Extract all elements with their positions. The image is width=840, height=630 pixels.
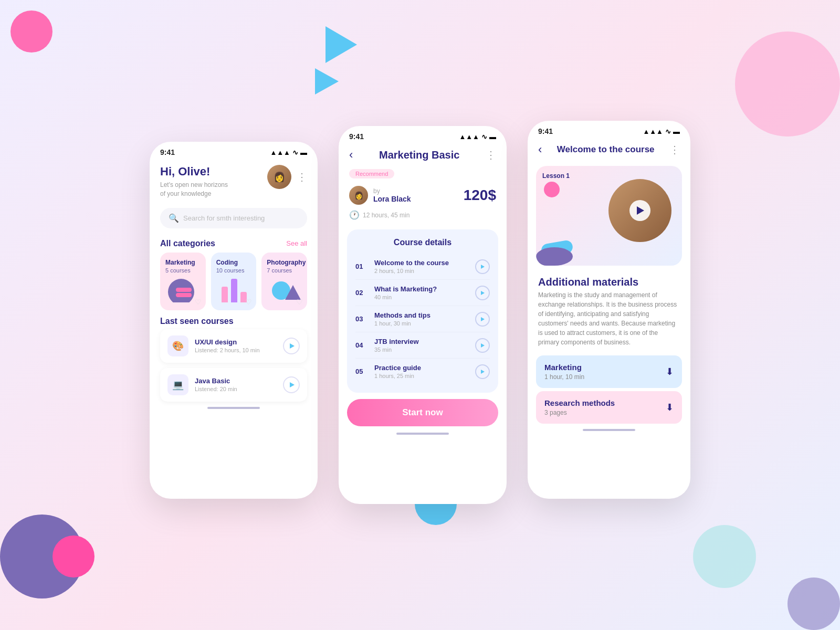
lesson-dur-2: 40 min [374,294,469,300]
home-indicator-2 [396,433,449,435]
signal-icon: ▲▲▲ [270,149,290,156]
greeting-text: Hi, Olive! [160,165,228,178]
instructor-left: 👩 by Lora Black [349,186,411,205]
lesson-item-2[interactable]: 02 What is Marketing? 40 min [355,280,490,306]
heart-icon-coding[interactable]: ♡ [245,298,252,306]
additional-materials-title: Additional materials [528,270,690,290]
lesson-label: Lesson 1 [542,172,676,180]
lesson-info-2: What is Marketing? 40 min [374,285,469,300]
course-item-java[interactable]: 💻 Java Basic Listened: 20 min [160,368,307,402]
heart-icon-photography[interactable]: ♡ [296,298,303,306]
course-info-uxui: UX/UI design Listened: 2 hours, 10 min [195,338,277,353]
lesson-item-5[interactable]: 05 Practice guide 1 hours, 25 min [355,359,490,384]
home-indicator-1 [207,407,260,409]
battery-icon: ▬ [300,149,307,156]
instructor-row: 👩 by Lora Black 120$ [339,181,507,210]
category-count-photography: 7 courses [267,267,302,274]
lesson-info-1: Welcome to the course 2 hours, 10 min [374,259,469,274]
lesson-item-1[interactable]: 01 Welcome to the course 2 hours, 10 min [355,254,490,280]
lesson-play-icon-2 [481,291,485,295]
battery-icon-2: ▬ [489,133,496,141]
see-all-button[interactable]: See all [286,239,307,247]
lesson-play-icon-1 [481,265,485,269]
lesson-name-3: Methods and tips [374,311,469,319]
instructor-info: by Lora Black [373,187,411,203]
play-arrow-medium [315,68,339,94]
download-icon-research[interactable]: ⬇ [666,402,674,413]
lesson-play-icon-3 [481,317,485,321]
status-time-3: 9:41 [538,127,553,135]
material-name-marketing: Marketing [544,363,584,372]
signal-icon-3: ▲▲▲ [643,128,663,135]
category-name-coding: Coding [216,259,251,266]
lesson-dur-5: 1 hours, 25 min [374,373,469,379]
signal-icon-2: ▲▲▲ [459,133,479,141]
video-play-overlay[interactable] [629,200,650,221]
search-bar[interactable]: 🔍 Search for smth interesting [160,208,307,228]
p3-header: ‹ Welcome to the course ⋮ [528,138,690,162]
lesson-dur-1: 2 hours, 10 min [374,268,469,274]
heart-icon-marketing[interactable]: ♡ [195,298,202,306]
material-card-marketing[interactable]: Marketing 1 hour, 10 min ⬇ [536,355,682,388]
search-placeholder: Search for smth interesting [183,214,265,222]
video-play-icon [637,206,644,215]
category-count-marketing: 5 courses [165,267,201,274]
vc-purple-blob [536,247,573,266]
play-button-uxui[interactable] [283,338,300,354]
p1-header-right: 👩 ⋮ [267,165,307,189]
more-options-icon[interactable]: ⋮ [297,171,307,183]
categories-title: All categories [160,239,215,248]
status-icons-1: ▲▲▲ ∿ ▬ [270,149,307,156]
start-now-button[interactable]: Start now [347,399,498,426]
phone-2: 9:41 ▲▲▲ ∿ ▬ ‹ Marketing Basic ⋮ Recomme… [339,126,507,504]
vc-pink-circle [544,182,560,197]
lesson-num-2: 02 [355,289,368,297]
lesson-play-2[interactable] [475,286,490,300]
lesson-play-4[interactable] [475,338,490,353]
recommend-badge: Recommend [349,169,394,178]
status-time-1: 9:41 [160,148,175,156]
more-options-icon-2[interactable]: ⋮ [486,149,496,161]
category-card-photography[interactable]: Photography 7 courses ♡ [261,253,307,310]
wifi-icon: ∿ [292,149,298,156]
category-count-coding: 10 courses [216,267,251,274]
p3-title: Welcome to the course [557,144,655,155]
lesson-name-1: Welcome to the course [374,259,469,267]
category-card-marketing[interactable]: Marketing 5 courses ♡ [160,253,206,310]
video-thumbnail [608,179,671,242]
category-card-coding[interactable]: Coding 10 courses ♡ [211,253,257,310]
lesson-item-4[interactable]: 04 JTB interview 35 min [355,332,490,359]
lesson-play-5[interactable] [475,364,490,379]
wifi-icon-2: ∿ [481,133,487,141]
battery-icon-3: ▬ [673,128,680,135]
lesson-video-card: Lesson 1 [536,166,682,266]
categories-section-header: All categories See all [150,233,318,253]
lesson-item-3[interactable]: 03 Methods and tips 1 hour, 30 min [355,306,490,332]
phones-container: 9:41 ▲▲▲ ∿ ▬ Hi, Olive! Let's open new h… [0,0,840,630]
lesson-dur-4: 35 min [374,346,469,353]
play-triangle-icon-java [290,382,295,387]
lesson-name-4: JTB interview [374,338,469,345]
course-name-java: Java Basic [195,377,277,385]
subtitle-text: Let's open new horizons of your knowledg… [160,181,228,198]
lesson-num-1: 01 [355,262,368,270]
lesson-num-3: 03 [355,315,368,323]
status-bar-3: 9:41 ▲▲▲ ∿ ▬ [528,121,690,138]
duration-row: 🕐 12 hours, 45 min [339,210,507,225]
course-time-java: Listened: 20 min [195,386,277,392]
material-card-research[interactable]: Research methods 3 pages ⬇ [536,391,682,424]
material-detail-marketing: 1 hour, 10 min [544,373,584,381]
play-button-java[interactable] [283,376,300,393]
instructor-avatar: 👩 [349,186,368,205]
status-icons-3: ▲▲▲ ∿ ▬ [643,128,680,135]
back-button[interactable]: ‹ [349,148,353,162]
additional-description: Marketing is the study and management of… [528,290,690,352]
course-item-uxui[interactable]: 🎨 UX/UI design Listened: 2 hours, 10 min [160,329,307,363]
course-time-uxui: Listened: 2 hours, 10 min [195,347,277,353]
lesson-play-1[interactable] [475,259,490,274]
more-options-icon-3[interactable]: ⋮ [669,143,680,156]
status-time-2: 9:41 [349,132,364,141]
lesson-play-3[interactable] [475,312,490,327]
download-icon-marketing[interactable]: ⬇ [666,366,674,377]
back-button-3[interactable]: ‹ [538,143,542,156]
